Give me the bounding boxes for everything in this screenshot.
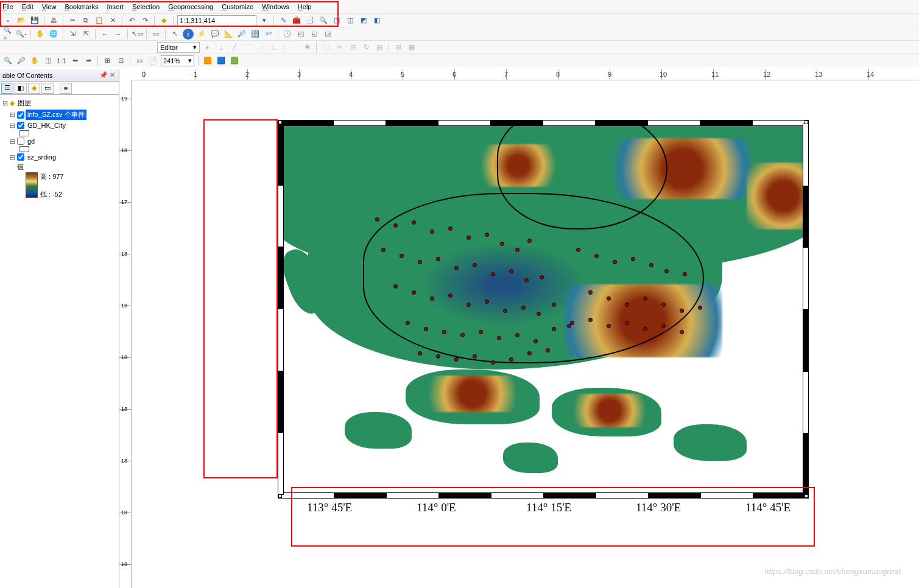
- modelbuilder-icon[interactable]: ◧: [371, 15, 382, 26]
- zoom-whole-page-icon[interactable]: ◫: [43, 55, 54, 66]
- arc-segment-icon[interactable]: ⌒: [242, 42, 253, 53]
- layer-node[interactable]: ⊟ gd: [1, 136, 118, 146]
- zoom-in-icon[interactable]: 🔍+: [2, 29, 13, 40]
- focus-data-frame-icon[interactable]: ⊡: [115, 55, 126, 66]
- edit-vertices-icon[interactable]: ✱: [301, 42, 312, 53]
- list-by-source-icon[interactable]: ◧: [15, 83, 27, 94]
- editor-dropdown[interactable]: Editor▾: [157, 42, 200, 53]
- attributes-icon[interactable]: ▤: [374, 42, 385, 53]
- layout-pan-icon[interactable]: ✋: [29, 55, 40, 66]
- new-icon[interactable]: ▫: [2, 15, 13, 26]
- layout-zoom-combo[interactable]: 241%▾: [161, 55, 194, 66]
- window2-icon[interactable]: ◩: [358, 15, 369, 26]
- full-extent-icon[interactable]: 🌐: [48, 29, 59, 40]
- trace-icon[interactable]: ⟋: [256, 42, 267, 53]
- edit-annotation-icon[interactable]: ⟂: [216, 42, 227, 53]
- list-by-visibility-icon[interactable]: ◆: [28, 83, 40, 94]
- menu-windows[interactable]: Windows: [262, 3, 289, 10]
- layout-canvas[interactable]: 23° 0'N 22° 45'N 22° 30'N 22° 15'N 113° …: [132, 80, 919, 588]
- reshape-icon[interactable]: ⬚: [320, 42, 331, 53]
- scale-dropdown-icon[interactable]: ▾: [259, 15, 270, 26]
- collapse-icon[interactable]: ⊟: [9, 111, 16, 119]
- polygon-symbol-swatch[interactable]: [19, 130, 29, 136]
- python-icon[interactable]: ◳: [331, 15, 342, 26]
- dataframe-node[interactable]: ⊟ ◆ 图层: [1, 97, 118, 109]
- list-by-selection-icon[interactable]: ▭: [41, 83, 54, 94]
- collapse-icon[interactable]: ⊟: [9, 138, 16, 145]
- pan-icon[interactable]: ✋: [35, 29, 46, 40]
- collapse-icon[interactable]: ⊟: [1, 99, 9, 107]
- collapse-icon[interactable]: ⊟: [9, 153, 16, 161]
- point-icon[interactable]: ·: [288, 42, 299, 53]
- create-features-icon[interactable]: ▦: [406, 42, 417, 53]
- right-angle-icon[interactable]: ∟: [269, 42, 280, 53]
- html-popup-icon[interactable]: 💬: [210, 29, 220, 40]
- layer-checkbox[interactable]: [17, 153, 24, 161]
- paste-icon[interactable]: 📋: [94, 15, 105, 26]
- layer-label[interactable]: GD_HK_City: [26, 121, 68, 130]
- edit-tool-icon[interactable]: ▸: [202, 42, 213, 53]
- layer-checkbox[interactable]: [17, 122, 24, 129]
- forward-icon[interactable]: →: [113, 29, 124, 40]
- layer-label[interactable]: gd: [26, 137, 37, 145]
- go-to-xy-icon[interactable]: XY: [263, 29, 274, 40]
- menu-customize[interactable]: Customize: [222, 3, 253, 10]
- layout-zoom-in-icon[interactable]: 🔍: [2, 55, 13, 66]
- layer-node[interactable]: ⊟ GD_HK_City: [1, 121, 118, 130]
- menu-view[interactable]: View: [42, 3, 57, 10]
- rotate-icon[interactable]: ↻: [361, 42, 371, 53]
- data-frame[interactable]: [281, 124, 805, 495]
- sketch-props-icon[interactable]: ⊞: [393, 42, 404, 53]
- collapse-icon[interactable]: ⊟: [9, 122, 16, 130]
- back-icon[interactable]: ←: [99, 29, 110, 40]
- delete-icon[interactable]: ✕: [107, 15, 118, 26]
- georef-icon[interactable]: 🟧: [202, 55, 213, 66]
- list-by-drawing-order-icon[interactable]: ☰: [1, 83, 13, 94]
- find-route-icon[interactable]: 🔣: [250, 29, 261, 40]
- editor-toolbar-icon[interactable]: ✎: [278, 15, 289, 26]
- layer-label[interactable]: sz_srding: [26, 153, 58, 161]
- measure-icon[interactable]: 📐: [223, 29, 234, 40]
- add-data-icon[interactable]: ◆: [158, 15, 169, 26]
- viewer-window-icon[interactable]: ◰: [295, 29, 306, 40]
- save-icon[interactable]: 💾: [29, 15, 40, 26]
- scale-combo[interactable]: 1:1,311,414: [177, 15, 256, 26]
- copy-icon[interactable]: ⧉: [80, 15, 91, 26]
- viewer-icon[interactable]: ◱: [309, 29, 320, 40]
- zoom-100-icon[interactable]: 1:1: [56, 55, 67, 66]
- clear-selection-icon[interactable]: ▭: [150, 29, 161, 40]
- fixed-zoom-in-icon[interactable]: ⇲: [67, 29, 78, 40]
- layer-checkbox[interactable]: [17, 111, 24, 119]
- cut-polygons-icon[interactable]: ✂: [334, 42, 345, 53]
- menu-geoprocessing[interactable]: Geoprocessing: [168, 3, 213, 10]
- layer-node[interactable]: ⊟ info_SZ.csv 个事件: [1, 109, 118, 121]
- hyperlink-icon[interactable]: ⚡: [196, 29, 207, 40]
- cut-icon[interactable]: ✂: [67, 15, 78, 26]
- menu-insert[interactable]: Insert: [107, 3, 124, 10]
- toolbox-icon[interactable]: 🧰: [291, 15, 302, 26]
- window-icon[interactable]: ◫: [345, 15, 356, 26]
- print-icon[interactable]: 🖶: [48, 15, 59, 26]
- polygon-symbol-swatch[interactable]: [19, 146, 29, 152]
- zoom-out-icon[interactable]: 🔍-: [16, 29, 27, 40]
- find-icon[interactable]: 🔎: [236, 29, 247, 40]
- menu-selection[interactable]: Selection: [132, 3, 160, 10]
- time-slider-icon[interactable]: 🕓: [282, 29, 293, 40]
- select-elements-icon[interactable]: ↖: [169, 29, 180, 40]
- menu-bookmarks[interactable]: Bookmarks: [65, 3, 98, 10]
- search-window-icon[interactable]: 🔍: [318, 15, 329, 26]
- menu-edit[interactable]: Edit: [22, 3, 33, 10]
- catalog-icon[interactable]: 📑: [305, 15, 315, 26]
- georef2-icon[interactable]: 🟦: [216, 55, 227, 66]
- fixed-zoom-out-icon[interactable]: ⇱: [80, 29, 91, 40]
- menu-help[interactable]: Help: [298, 3, 312, 10]
- go-forward-extent-icon[interactable]: ➡: [83, 55, 94, 66]
- options-icon[interactable]: ≡: [60, 83, 72, 94]
- layer-node[interactable]: ⊟ sz_srding: [1, 152, 118, 162]
- layout-zoom-out-icon[interactable]: 🔎: [16, 55, 27, 66]
- undo-icon[interactable]: ↶: [126, 15, 137, 26]
- close-icon[interactable]: ✕: [108, 71, 116, 80]
- pin-icon[interactable]: 📌: [99, 71, 108, 80]
- go-back-extent-icon[interactable]: ⬅: [69, 55, 80, 66]
- toggle-draft-icon[interactable]: ⊞: [102, 55, 113, 66]
